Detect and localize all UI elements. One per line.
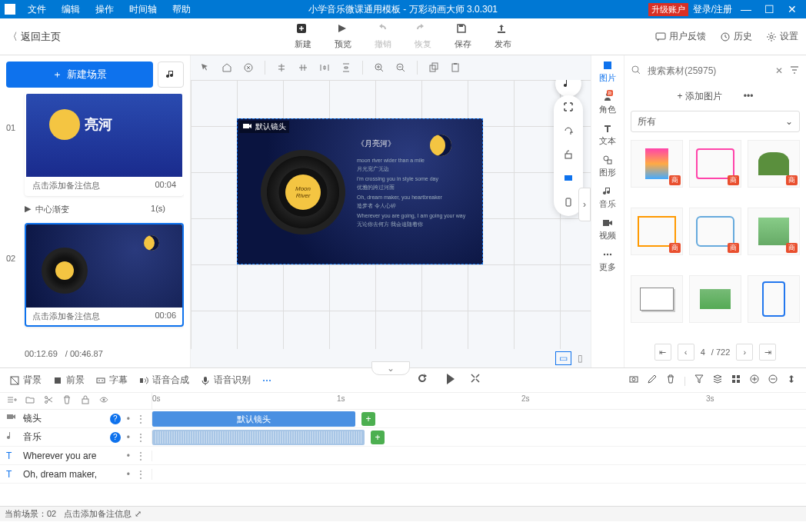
tl-lock[interactable] — [80, 394, 91, 407]
tl-asr-button[interactable]: 语音识别 — [200, 374, 251, 387]
menu-edit[interactable]: 编辑 — [54, 3, 88, 16]
track-toggle[interactable]: • — [127, 432, 130, 443]
save-button[interactable]: 保存 — [455, 23, 471, 50]
distribute-v[interactable] — [341, 62, 351, 73]
tl-more-button[interactable] — [261, 375, 272, 386]
tl-tts-button[interactable]: 语音合成 — [138, 374, 189, 387]
canvas-size-toggle[interactable]: ▭ — [555, 351, 571, 365]
asset-item[interactable] — [689, 275, 741, 323]
tl-folder[interactable] — [25, 394, 35, 407]
canvas-expand-handle[interactable]: ⌄ — [371, 361, 410, 375]
track-more[interactable]: ⋮ — [136, 414, 145, 424]
tl-cut[interactable] — [43, 394, 54, 407]
track-more[interactable]: ⋮ — [136, 432, 145, 443]
device-desktop-tool[interactable] — [563, 173, 574, 186]
add-image-button[interactable]: + 添加图片 — [678, 90, 722, 103]
menu-action[interactable]: 操作 — [88, 3, 122, 16]
lock-tool[interactable] — [563, 149, 574, 162]
tl-trash[interactable] — [62, 394, 72, 407]
paste-tool[interactable] — [450, 62, 461, 73]
select-tool[interactable] — [200, 62, 211, 73]
tab-text[interactable]: 文本 — [599, 123, 616, 147]
page-prev-button[interactable]: ‹ — [678, 344, 694, 361]
menu-timeline[interactable]: 时间轴 — [122, 3, 165, 16]
preview-button[interactable]: 预览 — [335, 23, 351, 50]
category-select[interactable]: 所有 ⌄ — [631, 111, 800, 132]
help-icon[interactable]: ? — [110, 414, 121, 424]
asset-item[interactable]: 商 — [631, 140, 683, 188]
tl-fg-button[interactable]: 前景 — [52, 374, 85, 387]
asset-item[interactable]: 商 — [748, 140, 800, 188]
home-tool[interactable] — [221, 62, 232, 73]
page-first-button[interactable]: ⇤ — [654, 344, 671, 361]
filter-button[interactable] — [789, 65, 800, 78]
zoom-out[interactable] — [395, 62, 406, 73]
asset-item[interactable]: 商 — [689, 208, 741, 255]
tab-image[interactable]: 图片 — [599, 60, 616, 84]
tl-subtitle-button[interactable]: 字幕 — [95, 374, 128, 387]
scene-sound-button[interactable] — [158, 62, 184, 88]
redo-button[interactable]: 恢复 — [415, 23, 431, 50]
add-clip-button[interactable]: + — [361, 412, 375, 426]
asset-more-button[interactable]: ••• — [744, 91, 754, 101]
tl-delete-button[interactable] — [665, 374, 676, 387]
clear-tool[interactable] — [243, 62, 254, 73]
tl-visibility[interactable] — [98, 394, 109, 407]
canvas-orient-toggle[interactable]: ▯ — [578, 353, 583, 364]
tab-more[interactable]: 更多 — [599, 249, 616, 273]
track-more[interactable]: ⋮ — [136, 469, 145, 480]
status-note[interactable]: 点击添加备注信息 — [64, 508, 132, 520]
asset-item[interactable] — [631, 275, 683, 323]
publish-button[interactable]: 发布 — [495, 23, 511, 50]
scene-item-01[interactable]: 01 亮河 点击添加备注信息00:04 — [6, 92, 184, 196]
tl-bg-button[interactable]: 背景 — [9, 374, 42, 387]
asset-item[interactable]: 商 — [689, 140, 741, 188]
history-button[interactable]: 历史 — [720, 30, 752, 43]
minimize-button[interactable]: — — [737, 3, 755, 15]
canvas-stage[interactable]: 默认镜头 MoonRiver 《月亮河》 moon river wider th… — [191, 80, 591, 349]
page-next-button[interactable]: › — [736, 344, 753, 361]
page-last-button[interactable]: ⇥ — [759, 344, 776, 361]
align-center-h[interactable] — [276, 62, 287, 73]
canvas-selected-object[interactable]: 默认镜头 MoonRiver 《月亮河》 moon river wider th… — [237, 118, 483, 264]
tl-fit-button[interactable] — [786, 374, 797, 387]
audio-clip[interactable] — [152, 430, 365, 445]
track-toggle[interactable]: • — [127, 414, 130, 424]
tl-replay-button[interactable] — [418, 372, 431, 388]
scene-note[interactable]: 点击添加备注信息 — [32, 180, 100, 191]
new-scene-button[interactable]: ＋新建场景 — [6, 62, 153, 88]
status-expand-icon[interactable]: ⤢ — [135, 509, 142, 519]
tl-grid-button[interactable] — [731, 374, 741, 387]
maximize-button[interactable]: ☐ — [760, 3, 778, 15]
track-toggle[interactable]: • — [127, 451, 130, 461]
undo-button[interactable]: 撤销 — [375, 23, 391, 50]
tab-music[interactable]: 音乐 — [599, 186, 616, 210]
align-center-v[interactable] — [298, 62, 308, 73]
add-clip-button[interactable]: + — [371, 431, 385, 444]
track-more[interactable]: ⋮ — [136, 451, 145, 461]
scene-note[interactable]: 点击添加备注信息 — [32, 311, 100, 322]
settings-button[interactable]: 设置 — [766, 30, 798, 43]
tl-filter-button[interactable] — [694, 374, 704, 387]
tl-add-track[interactable] — [6, 394, 17, 407]
tl-snapshot-button[interactable] — [628, 374, 639, 387]
asset-item[interactable] — [748, 275, 800, 323]
copy-tool[interactable] — [428, 62, 439, 73]
new-button[interactable]: 新建 — [295, 23, 311, 50]
side-expand-handle[interactable]: › — [578, 188, 591, 221]
fullscreen-tool[interactable] — [563, 101, 574, 115]
tl-expand-button[interactable] — [470, 373, 482, 387]
asset-item[interactable]: 商 — [748, 208, 800, 255]
menu-help[interactable]: 帮助 — [165, 3, 198, 16]
scene-item-02[interactable]: 02 点击添加备注信息00:06 — [6, 223, 184, 327]
menu-file[interactable]: 文件 — [20, 3, 54, 16]
rotate-tool[interactable] — [563, 125, 574, 138]
help-icon[interactable]: ? — [110, 432, 121, 443]
scene-transition[interactable]: ▶中心渐变 1(s) — [6, 202, 184, 217]
asset-search-input[interactable] — [648, 65, 769, 76]
tl-edit-button[interactable] — [647, 374, 658, 387]
back-home-button[interactable]: 〈 返回主页 — [8, 30, 61, 44]
zoom-in[interactable] — [374, 62, 385, 73]
tab-role[interactable]: 角色新 — [599, 91, 616, 115]
tl-play-button[interactable] — [444, 372, 458, 388]
